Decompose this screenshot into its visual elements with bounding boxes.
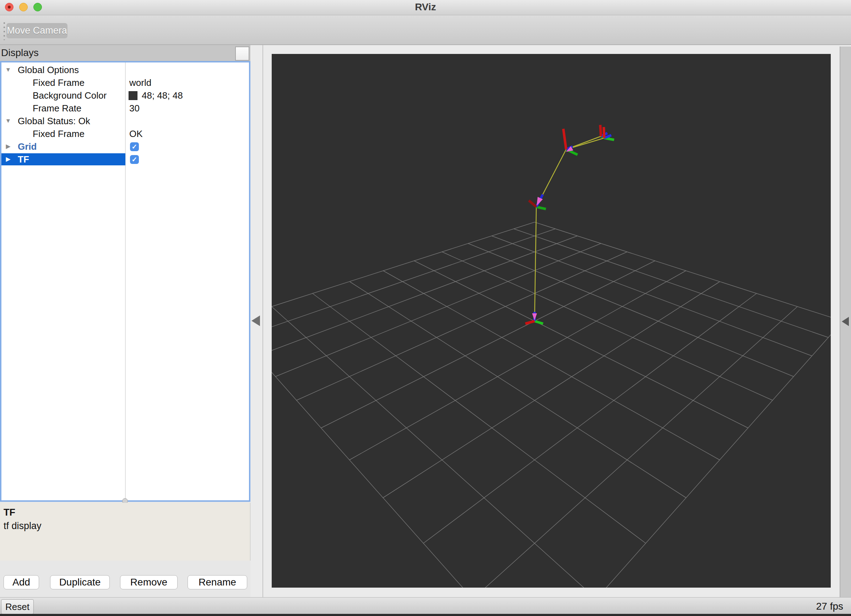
displays-tree[interactable]: ▼Global OptionsFixed FrameworldBackgroun… [2,63,249,500]
display-row-fixed-frame[interactable]: Fixed Frameworld [2,76,249,89]
display-row-grid[interactable]: ▶Grid✓ [2,140,249,153]
property-value[interactable]: OK [129,127,143,140]
add-button[interactable]: Add [3,575,39,589]
row-label: Global Status: Ok [18,115,90,127]
row-label: Fixed Frame [33,127,84,140]
collapse-right-panel-arrow-icon[interactable] [842,317,849,326]
panel-float-button[interactable] [235,46,249,61]
display-row-frame-rate[interactable]: Frame Rate30 [2,102,249,115]
expand-arrow-icon[interactable]: ▶ [4,153,12,166]
description-text: tf display [3,520,42,532]
collapse-left-panel-arrow-icon[interactable] [251,315,260,326]
displays-panel-title: Displays [1,45,39,61]
fps-counter: 27 fps [816,598,843,616]
window-bottom-edge [0,614,851,616]
enabled-checkbox[interactable]: ✓ [130,142,139,151]
displays-panel-header[interactable]: Displays [0,45,250,61]
row-label: Global Options [18,63,79,76]
panel-button-row: Add Duplicate Remove Rename [0,561,250,597]
row-label: Fixed Frame [33,76,84,89]
title-bar: RViz [0,0,851,15]
move-camera-button[interactable]: Move Camera [6,23,68,38]
property-value[interactable]: 48; 48; 48 [142,89,183,102]
expand-arrow-icon[interactable]: ▶ [4,140,12,153]
property-value[interactable]: 30 [129,102,140,115]
color-swatch[interactable] [129,91,137,100]
description-panel: TF tf display [0,503,250,561]
3d-viewport[interactable] [272,54,831,588]
display-row-fixed-frame[interactable]: Fixed FrameOK [2,127,249,140]
description-title: TF [3,507,15,518]
enabled-checkbox[interactable]: ✓ [130,155,139,164]
display-row-background-color[interactable]: Background Color48; 48; 48 [2,89,249,102]
display-row-global-status-ok[interactable]: ▼Global Status: Ok [2,115,249,127]
remove-button[interactable]: Remove [120,575,177,589]
status-bar: Reset 27 fps [0,597,851,616]
collapse-arrow-icon[interactable]: ▼ [4,63,12,76]
toolbar: Move Camera [0,15,851,45]
panel-splitter[interactable] [263,45,263,597]
display-row-tf[interactable]: ▶TF✓ [2,153,249,166]
collapse-arrow-icon[interactable]: ▼ [4,115,12,127]
duplicate-button[interactable]: Duplicate [50,575,110,589]
row-label: Frame Rate [33,102,81,115]
3d-scene [272,54,831,588]
row-label: Background Color [33,89,107,102]
row-label: TF [18,153,29,166]
window-title: RViz [0,0,851,15]
reset-button[interactable]: Reset [1,600,34,614]
rename-button[interactable]: Rename [188,575,247,589]
toolbar-drag-handle-icon[interactable] [3,21,5,40]
display-row-global-options[interactable]: ▼Global Options [2,63,249,76]
property-value[interactable]: world [129,76,151,89]
row-label: Grid [18,140,36,153]
